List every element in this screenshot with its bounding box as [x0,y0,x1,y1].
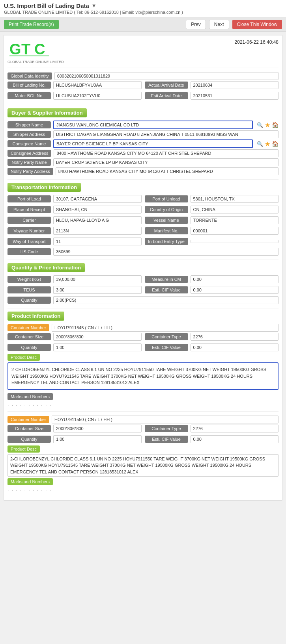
measure-row: Measure in CM 0.00 [145,275,279,283]
consignee-name-row: Consignee Name BAYER CROP SCIENCE LP BP … [7,139,279,148]
vessel-name-row: Vessel Name TORRENTE [145,216,279,224]
vessel-name-label: Vessel Name [145,217,188,224]
container-size-label-1: Container Size [7,425,51,432]
way-of-transport-label: Way of Transport [7,238,51,245]
hs-code-label: HS Code [7,248,51,255]
in-bond-entry-row: In-bond Entry Type [145,238,279,245]
product-desc-label-1: Product Desc [7,445,40,453]
marks-value-0: . . . . . . . . . . . [7,402,279,407]
print-button[interactable]: Print Trade Record(s) [4,20,59,29]
way-of-transport-value: 11 [53,238,142,245]
buyer-supplier-section: Buyer & Supplier Information Shipper Nam… [7,108,279,175]
actual-arrival-value: 20210604 [191,81,279,89]
basic-info-section: Global Data Identity 6003202106050001011… [7,72,279,101]
consignee-star-icon[interactable]: ★ [265,140,270,148]
buyer-supplier-header: Buyer & Supplier Information [7,108,87,117]
page-title: U.S. Import Bill of Lading Data [4,2,89,9]
container-quantity-row-1: Quantity 1.00 [7,435,142,443]
shipper-name-value: JIANGSU WANLONG CHEMICAL CO LTD [53,121,253,129]
manifest-no-value: 000001 [191,227,279,235]
in-bond-entry-value [191,240,279,243]
next-button[interactable]: Next [209,20,229,29]
teus-label: TEUS [7,286,51,293]
container-esti-cif-row-1: Esti. CIF Value 0.00 [145,435,279,443]
toolbar: Print Trade Record(s) Prev Next Close Th… [0,17,286,32]
container-esti-cif-value-1: 0.00 [191,435,279,443]
port-of-unload-value: 5301, HOUSTON, TX [191,195,279,203]
container-quantity-value-1: 1.00 [53,435,142,443]
carrier-label: Carrier [7,217,51,224]
consignee-home-icon[interactable]: 🏠 [272,141,279,147]
close-button[interactable]: Close This Window [232,20,282,29]
container-size-row-0: Container Size 2000*806*800 [7,333,142,341]
page-title-row: U.S. Import Bill of Lading Data ▼ [4,2,282,9]
quantity-price-section: Quantity & Price Information Weight (KG)… [7,263,279,304]
container-esti-cif-label-1: Esti. CIF Value [145,436,188,443]
container-type-row-1: Container Type 2276 [145,425,279,432]
esti-cif-label: Esti. CIF Value [145,286,188,293]
notify-party-name-label: Notify Party Name [7,159,51,166]
shipper-search-icon[interactable]: 🔍 [257,122,263,128]
manifest-no-label: Manifest No. [145,227,188,234]
weight-row: Weight (KG) 39,000.00 [7,275,142,283]
country-of-origin-value: CN, CHINA [191,206,279,213]
weight-value: 39,000.00 [53,275,142,283]
quantity-label: Quantity [7,297,51,304]
shipper-home-icon[interactable]: 🏠 [272,122,279,128]
container-quantity-label-1: Quantity [7,436,51,443]
marks-numbers-label-1: Marks and Numbers [7,478,53,485]
container-size-label-0: Container Size [7,333,51,340]
manifest-no-row: Manifest No. 000001 [145,227,279,235]
consignee-name-value: BAYER CROP SCIENCE LP BP KANSAS CITY [53,139,253,148]
esti-arrival-value: 20210531 [191,92,279,100]
consignee-icons: 🔍 ★ 🏠 [257,140,279,148]
country-of-origin-label: Country of Origin [145,206,188,213]
bill-of-lading-row: Bill of Lading No. HLCUSHALBFYVU0AA [7,81,142,89]
quantity-value: 2.00(PCS) [53,296,279,304]
consignee-address-value: 8400 HAWTHOME ROAD KANSAS CITY MO 64120 … [54,149,279,157]
port-of-load-row: Port of Load 30107, CARTAGENA [7,195,142,203]
svg-text:G: G [9,41,21,58]
container-number-row-0: Container Number HOYU7911545 ( CN / L / … [7,324,279,332]
container-number-row-1: Container Number HOYU7911550 ( CN / L / … [7,416,279,423]
esti-arrival-row: Esti Arrival Date 20210531 [145,92,279,100]
product-desc-value-0: 2-CHLOROBENZYL CHLORIDE CLASS 6.1 UN NO … [7,362,279,390]
notify-party-address-label: Notify Party Address [7,168,53,175]
actual-arrival-row: Actual Arrival Date 20210604 [145,81,279,89]
port-of-load-value: 30107, CARTAGENA [53,195,142,203]
svg-text:T: T [21,41,30,58]
country-of-origin-row: Country of Origin CN, CHINA [145,206,279,213]
port-of-unload-row: Port of Unload 5301, HOUSTON, TX [145,195,279,203]
global-data-row: Global Data Identity 6003202106050001011… [7,72,279,80]
dropdown-arrow-icon[interactable]: ▼ [92,3,97,9]
page-subtitle: GLOBAL TRADE ONLINE LIMITED ( Tel: 86-51… [4,10,282,15]
global-data-label: Global Data Identity [7,72,52,80]
product-desc-label-0: Product Desc [7,354,40,361]
container-esti-cif-value-0: 0.00 [191,343,279,351]
transportation-section: Transportation Information Port of Load … [7,183,279,256]
port-of-unload-label: Port of Unload [145,195,188,202]
place-of-receipt-label: Place of Receipt [7,206,51,213]
shipper-star-icon[interactable]: ★ [265,121,270,129]
way-of-transport-row: Way of Transport 11 [7,238,142,245]
shipper-name-label: Shipper Name [7,121,51,128]
container-type-label-1: Container Type [145,425,188,432]
shipper-icons: 🔍 ★ 🏠 [257,121,279,129]
container-item-1: Container Number HOYU7911550 ( CN / L / … [7,416,279,493]
consignee-search-icon[interactable]: 🔍 [257,141,263,147]
prev-button[interactable]: Prev [186,20,206,29]
shipper-address-row: Shipper Address DISTRICT DAGANG LIANGSHA… [7,130,279,138]
mater-bol-label: Mater BOL No. [7,92,51,99]
shipper-name-row: Shipper Name JIANGSU WANLONG CHEMICAL CO… [7,121,279,129]
container-number-label-0: Container Number [7,324,49,331]
marks-numbers-label-0: Marks and Numbers [7,393,53,400]
notify-party-name-row: Notify Party Name BAYER CROP SCIENCE LP … [7,158,279,166]
shipper-address-label: Shipper Address [7,131,51,138]
container-item-0: Container Number HOYU7911545 ( CN / L / … [7,324,279,407]
container-number-value-0: HOYU7911545 ( CN / L / HH ) [52,324,279,332]
transportation-header: Transportation Information [7,183,81,192]
product-info-header: Product Information [7,312,64,321]
shipper-address-value: DISTRICT DAGANG LIANGSHAN ROAD 8 ZHENJIA… [53,130,279,138]
container-size-value-1: 2000*806*800 [53,425,142,432]
top-bar: U.S. Import Bill of Lading Data ▼ GLOBAL… [0,0,286,17]
